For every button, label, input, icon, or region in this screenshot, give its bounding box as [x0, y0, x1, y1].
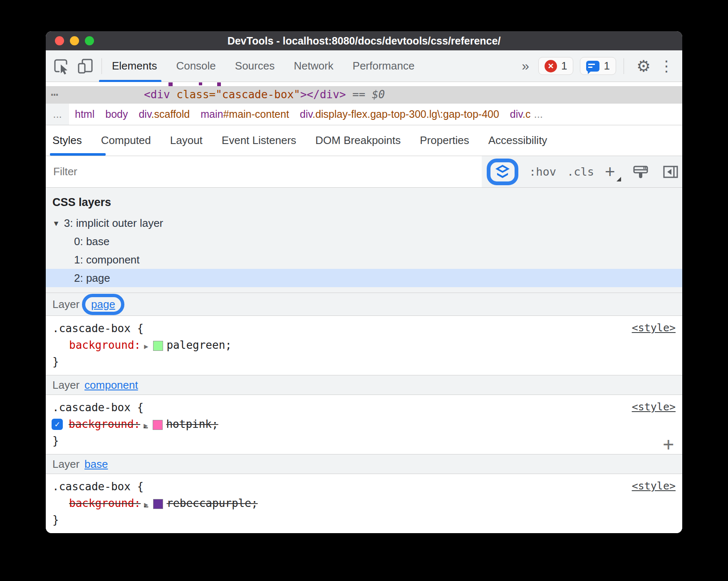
- dom-tree-selected-row[interactable]: ⋯ <div class="cascade-box"></div> == $0: [46, 86, 682, 104]
- color-swatch-palegreen[interactable]: [153, 341, 163, 351]
- node-attr-name[interactable]: class=: [170, 88, 216, 101]
- tab-properties[interactable]: Properties: [420, 134, 469, 147]
- layer-label: Layer: [52, 379, 79, 392]
- rule-close-line: }: [46, 511, 682, 528]
- color-swatch-rebeccapurple[interactable]: [153, 499, 163, 509]
- property-name[interactable]: background:: [69, 339, 141, 351]
- insert-declaration-button[interactable]: +: [663, 435, 674, 453]
- node-close-tag: </div>: [307, 88, 346, 101]
- property-name[interactable]: background:: [69, 418, 140, 430]
- layer-page-link[interactable]: page: [91, 298, 115, 310]
- breadcrumb-item-body[interactable]: body: [105, 108, 128, 120]
- layer-tree-item-page[interactable]: 2: page: [46, 269, 682, 287]
- tree-expanded-icon[interactable]: ▼: [52, 214, 60, 233]
- breadcrumb-item-main-content[interactable]: main#main-content: [201, 108, 289, 120]
- expand-value-icon[interactable]: ▶: [144, 500, 148, 509]
- close-window-button[interactable]: [55, 36, 64, 45]
- page-link-annotation-ring: page: [82, 294, 124, 315]
- tab-network[interactable]: Network: [294, 60, 333, 72]
- property-name[interactable]: background:: [69, 497, 141, 509]
- breadcrumb-overflow-left[interactable]: ...: [46, 104, 69, 125]
- tab-computed[interactable]: Computed: [101, 134, 151, 147]
- device-toolbar-icon[interactable]: [77, 57, 94, 75]
- rule-layer-component: <style> .cascade-box { ✓ background:▶hot…: [46, 395, 682, 454]
- rule-selector[interactable]: .cascade-box {: [52, 322, 144, 335]
- filter-input[interactable]: Filter: [46, 156, 482, 187]
- expand-value-icon[interactable]: ▶: [144, 342, 148, 350]
- styles-filter-bar: Filter :hov .cls +: [46, 156, 682, 188]
- rule-close-line: }: [46, 432, 682, 449]
- layer-component-link[interactable]: component: [84, 379, 138, 392]
- equals-sign: ==: [346, 88, 372, 101]
- rule-selector[interactable]: .cascade-box {: [52, 401, 144, 414]
- error-count: 1: [561, 60, 567, 72]
- rule-selector[interactable]: .cascade-box {: [52, 480, 144, 493]
- clipped-text-fragment: [199, 82, 202, 85]
- pseudo-state-toggle[interactable]: :hov: [529, 165, 556, 178]
- inspect-element-icon[interactable]: [52, 57, 70, 75]
- clipped-text-fragment: [217, 82, 221, 86]
- color-swatch-hotpink[interactable]: [153, 420, 163, 430]
- layer-page-header: Layer page: [46, 293, 682, 316]
- menu-kebab-icon[interactable]: ⋮: [657, 59, 676, 74]
- rule-selector-line: .cascade-box {: [46, 320, 682, 337]
- breadcrumb-item-scaffold[interactable]: div.scaffold: [139, 108, 190, 120]
- dom-tree-clipped-row: [46, 82, 682, 86]
- devtools-window: DevTools - localhost:8080/docs/devtools/…: [46, 31, 682, 533]
- minimize-window-button[interactable]: [70, 36, 79, 45]
- tab-event-listeners[interactable]: Event Listeners: [222, 134, 296, 147]
- css-layers-title: CSS layers: [52, 196, 682, 209]
- message-count: 1: [604, 60, 609, 72]
- clipped-text-fragment: [168, 82, 173, 86]
- tab-console[interactable]: Console: [176, 60, 215, 72]
- breadcrumb: ... html body div.scaffold main#main-con…: [46, 104, 682, 125]
- paint-brush-icon[interactable]: [631, 162, 650, 181]
- tab-dom-breakpoints[interactable]: DOM Breakpoints: [315, 134, 401, 147]
- rule-close-line: }: [46, 353, 682, 370]
- element-classes-toggle[interactable]: .cls: [567, 165, 594, 178]
- property-value[interactable]: palegreen;: [166, 339, 232, 351]
- layer-label: Layer: [52, 298, 79, 311]
- tab-accessibility[interactable]: Accessibility: [488, 134, 547, 147]
- style-source-link[interactable]: <style>: [632, 401, 676, 413]
- message-icon: [586, 61, 599, 72]
- settings-gear-icon[interactable]: ⚙: [636, 58, 651, 74]
- breadcrumb-item-html[interactable]: html: [75, 108, 94, 120]
- layers-button-annotation-ring: [487, 159, 518, 185]
- layer-tree-item-component[interactable]: 1: component: [46, 251, 682, 269]
- tab-layout[interactable]: Layout: [170, 134, 203, 147]
- dom-row-ellipsis[interactable]: ⋯: [51, 87, 59, 102]
- node-open-tag[interactable]: <div: [144, 88, 170, 101]
- more-tabs-icon[interactable]: »: [522, 58, 529, 74]
- tab-elements[interactable]: Elements: [112, 60, 157, 72]
- css-layers-icon[interactable]: [494, 164, 511, 179]
- breadcrumb-item-display-flex[interactable]: div.display-flex.gap-top-300.lg\:gap-top…: [300, 108, 499, 120]
- property-value[interactable]: rebeccapurple;: [166, 497, 258, 509]
- error-badge[interactable]: ✕ 1: [538, 57, 573, 75]
- selected-node-code: <div class="cascade-box"></div> == $0: [144, 88, 385, 101]
- toggle-sidebar-icon[interactable]: [661, 162, 680, 181]
- declaration-checkbox[interactable]: ✓: [52, 419, 63, 430]
- tab-styles[interactable]: Styles: [52, 134, 82, 147]
- styles-pane-tabs: Styles Computed Layout Event Listeners D…: [46, 125, 682, 156]
- node-attr-value[interactable]: "cascade-box": [215, 88, 300, 101]
- breadcrumb-item-truncated[interactable]: div.c: [510, 108, 531, 120]
- error-icon: ✕: [545, 60, 557, 72]
- style-source-link[interactable]: <style>: [632, 480, 676, 492]
- zoom-window-button[interactable]: [85, 36, 94, 45]
- active-styles-tab-underline: [50, 153, 106, 156]
- style-source-link[interactable]: <style>: [632, 322, 676, 334]
- new-style-rule-button[interactable]: +: [605, 163, 620, 181]
- tab-sources[interactable]: Sources: [235, 60, 275, 72]
- tab-performance[interactable]: Performance: [353, 60, 415, 72]
- issues-badge[interactable]: 1: [580, 57, 616, 75]
- layer-base-link[interactable]: base: [84, 458, 108, 471]
- layer-base-header: Layer base: [46, 454, 682, 474]
- layer-tree-item-base[interactable]: 0: base: [46, 232, 682, 251]
- layer-label: Layer: [52, 458, 79, 471]
- property-value[interactable]: hotpink;: [166, 418, 218, 430]
- expand-value-icon[interactable]: ▶: [144, 421, 148, 430]
- breadcrumb-overflow-right[interactable]: ...: [534, 108, 543, 121]
- title-bar: DevTools - localhost:8080/docs/devtools/…: [46, 31, 682, 50]
- layer-tree-root[interactable]: ▼3: implicit outer layer: [46, 214, 682, 232]
